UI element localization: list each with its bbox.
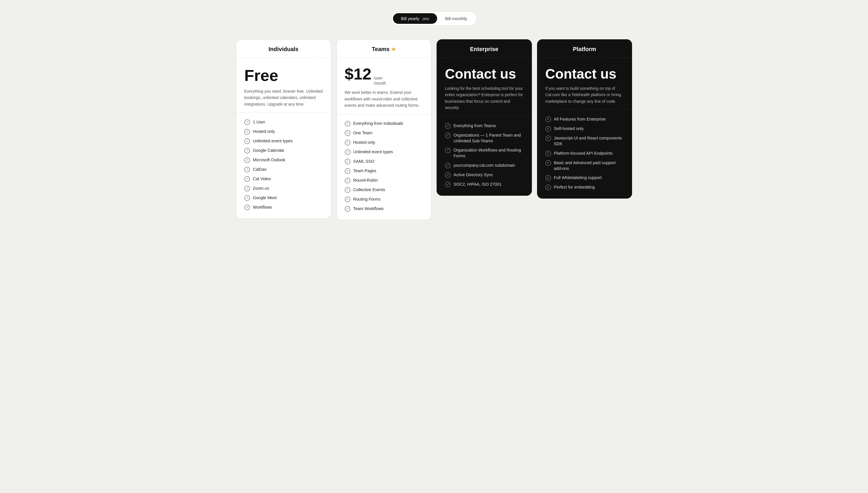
features-list-platform: All Features from EnterpriseSelf-hosted … (537, 110, 632, 198)
price-display-platform: Contact us (545, 66, 624, 82)
check-icon (545, 175, 551, 181)
list-item: Hosted only (345, 140, 423, 146)
check-icon (345, 159, 351, 165)
list-item: All Features from Enterprise (545, 116, 624, 122)
check-icon (244, 186, 250, 191)
plan-header-platform: Platform (537, 40, 632, 58)
price-per-month: /month (374, 81, 386, 86)
list-item: Microsoft Outlook (244, 157, 323, 163)
feature-label: SOC2, HIPAA, ISO 27001 (453, 181, 502, 187)
plan-description-platform: If you want to build something on top of… (545, 85, 624, 104)
feature-label: One Team (353, 130, 373, 136)
price-display-teams: $12/user/month (345, 66, 423, 86)
price-display-individuals: Free (244, 66, 323, 85)
plan-name-platform: Platform (545, 46, 624, 52)
plan-card-teams: Teams★$12/user/monthWe work better in te… (336, 39, 432, 220)
plan-description-teams: We work better in teams. Extend your wor… (345, 89, 423, 108)
feature-label: Google Calendar (253, 148, 284, 153)
feature-label: Full Whitelabeling support (554, 175, 602, 180)
list-item: CalDav (244, 167, 323, 172)
plan-card-individuals: IndividualsFreeEverything you need, fore… (236, 39, 331, 219)
list-item: Unlimited event types (244, 138, 323, 144)
feature-label: Everything from Individuals (353, 121, 403, 126)
plan-name-enterprise: Enterprise (445, 46, 524, 52)
price-section-enterprise: Contact usLooking for the best schedulin… (437, 58, 532, 116)
check-icon (545, 135, 551, 141)
list-item: Hosted only (244, 129, 323, 134)
list-item: Round-Robin (345, 177, 423, 184)
price-amount-individuals: Free (244, 66, 278, 85)
feature-label: Platform-focused API Endpoints (554, 150, 613, 156)
feature-label: SAML SSO (353, 158, 375, 164)
check-icon (244, 138, 250, 144)
check-icon (445, 172, 451, 178)
feature-label: All Features from Enterprise (554, 116, 606, 122)
list-item: Routing Forms (345, 196, 423, 202)
list-item: Unlimited event types (345, 149, 423, 155)
feature-label: Organizations — 1 Parent Team and Unlimi… (453, 132, 524, 144)
bill-monthly-button[interactable]: Bill monthly (437, 13, 475, 24)
list-item: Perfect for embedding (545, 184, 624, 190)
yearly-discount-badge: -20% (422, 17, 429, 21)
feature-label: Workflows (253, 204, 272, 210)
list-item: Team Pages (345, 168, 423, 174)
check-icon (545, 160, 551, 166)
feature-label: Self-hosted only (554, 126, 584, 131)
plan-description-individuals: Everything you need, forever free. Unlim… (244, 88, 323, 107)
list-item: One Team (345, 130, 423, 136)
list-item: Google Calendar (244, 148, 323, 153)
list-item: Full Whitelabeling support (545, 175, 624, 181)
list-item: SAML SSO (345, 158, 423, 165)
list-item: Platform-focused API Endpoints (545, 150, 624, 156)
list-item: Self-hosted only (545, 126, 624, 132)
price-section-individuals: FreeEverything you need, forever free. U… (236, 58, 331, 113)
feature-label: Google Meet (253, 195, 277, 200)
list-item: Team Workflows (345, 206, 423, 212)
feature-label: Basic and Advanced paid support add-ons (554, 160, 624, 172)
list-item: Everything from Teams (445, 123, 524, 129)
check-icon (545, 151, 551, 156)
plan-description-enterprise: Looking for the best scheduling tool for… (445, 85, 524, 111)
check-icon (345, 206, 351, 212)
feature-label: Unlimited event types (353, 149, 393, 155)
list-item: Javascript UI and React components SDK (545, 135, 624, 147)
price-amount-platform: Contact us (545, 66, 617, 82)
feature-label: Unlimited event types (253, 138, 293, 144)
feature-label: Cal Video (253, 176, 271, 181)
plan-name-individuals: Individuals (244, 46, 323, 52)
price-amount-teams: $12 (345, 66, 372, 82)
price-per-user: /user (374, 76, 386, 81)
bill-monthly-label: Bill monthly (445, 16, 467, 21)
billing-toggle: Bill yearly -20% Bill monthly (391, 12, 477, 25)
check-icon (345, 130, 351, 136)
feature-label: Organization Workflows and Routing Forms (453, 147, 524, 159)
check-icon (244, 120, 250, 125)
check-icon (545, 116, 551, 122)
list-item: Organizations — 1 Parent Team and Unlimi… (445, 132, 524, 144)
feature-label: Perfect for embedding (554, 184, 595, 190)
plan-header-teams: Teams★ (337, 40, 431, 58)
check-icon (345, 197, 351, 202)
check-icon (345, 178, 351, 184)
list-item: SOC2, HIPAA, ISO 27001 (445, 181, 524, 187)
check-icon (545, 126, 551, 132)
check-icon (244, 148, 250, 153)
plan-name-teams: Teams★ (345, 46, 423, 52)
bill-yearly-button[interactable]: Bill yearly -20% (393, 13, 437, 24)
check-icon (445, 163, 451, 168)
feature-label: Round-Robin (353, 177, 378, 183)
check-icon (345, 187, 351, 193)
feature-label: Collective Events (353, 187, 385, 193)
check-icon (345, 149, 351, 155)
price-meta-teams: /user/month (374, 76, 386, 86)
list-item: Everything from Individuals (345, 121, 423, 127)
list-item: Organization Workflows and Routing Forms (445, 147, 524, 159)
plans-container: IndividualsFreeEverything you need, fore… (236, 39, 632, 220)
check-icon (345, 140, 351, 146)
feature-label: 1 User (253, 119, 265, 125)
check-icon (445, 123, 451, 129)
feature-label: Zoom.us (253, 185, 269, 191)
check-icon (244, 195, 250, 201)
plan-card-enterprise: EnterpriseContact usLooking for the best… (437, 39, 532, 196)
plan-header-enterprise: Enterprise (437, 40, 532, 58)
